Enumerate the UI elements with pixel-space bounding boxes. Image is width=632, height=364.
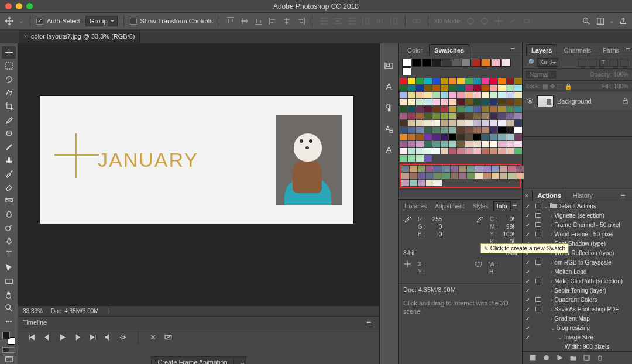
swatch[interactable]	[514, 113, 522, 119]
swatch[interactable]	[432, 141, 440, 147]
move-tool[interactable]	[2, 46, 16, 59]
tab-color[interactable]: Color	[402, 44, 428, 56]
window-close[interactable]	[5, 3, 12, 9]
move-tool-icon[interactable]	[4, 15, 15, 27]
swatch[interactable]	[473, 92, 481, 98]
swatch[interactable]	[416, 113, 424, 119]
swatches-grid[interactable]	[399, 77, 522, 162]
swatch[interactable]	[449, 120, 456, 126]
artboard[interactable]: JANUARY	[40, 96, 353, 224]
create-frame-animation-button[interactable]: Create Frame Animation ⌄	[151, 356, 246, 364]
swatch[interactable]	[473, 148, 481, 154]
action-row[interactable]: ✓⌄Default Actions	[523, 201, 632, 211]
lock-artboard-icon[interactable]: ⬚	[557, 83, 562, 90]
swatch[interactable]	[408, 155, 415, 162]
swatch[interactable]	[465, 120, 473, 126]
swatch[interactable]	[416, 99, 424, 105]
swatch[interactable]	[441, 106, 448, 112]
swatch[interactable]	[490, 141, 497, 147]
swatch[interactable]	[482, 127, 489, 133]
document-tab[interactable]: × color layouts7.jpg @ 33.3% (RGB/8)	[19, 30, 140, 43]
distribute-bottom-icon[interactable]	[346, 16, 357, 26]
swatch[interactable]	[449, 134, 456, 140]
swatch[interactable]	[514, 127, 522, 133]
swatch[interactable]	[449, 92, 456, 98]
swatch[interactable]	[498, 127, 506, 133]
swatch[interactable]	[514, 120, 522, 126]
screen-mode[interactable]	[2, 353, 16, 364]
align-bottom-icon[interactable]	[253, 16, 264, 26]
swatch[interactable]	[498, 134, 506, 140]
brush-tool[interactable]	[2, 140, 16, 153]
swatch[interactable]	[465, 92, 473, 98]
actions-list[interactable]: ✓⌄Default Actions✓›Vignette (selection)✓…	[523, 201, 632, 351]
swatch[interactable]	[434, 173, 442, 179]
window-zoom[interactable]	[26, 3, 33, 9]
swatch[interactable]	[432, 78, 440, 84]
swatch[interactable]	[408, 85, 415, 91]
distribute-top-icon[interactable]	[318, 16, 329, 26]
swatch[interactable]	[465, 99, 473, 105]
swatch[interactable]	[492, 173, 499, 179]
swatch[interactable]	[473, 99, 481, 105]
swatch[interactable]	[473, 106, 481, 112]
swatch[interactable]	[408, 134, 415, 140]
swatch[interactable]	[441, 120, 448, 126]
navigator-icon[interactable]	[383, 60, 395, 71]
glyphs-icon[interactable]	[383, 144, 395, 156]
filter-shape-icon[interactable]	[610, 59, 618, 67]
swatch[interactable]	[401, 166, 409, 172]
layer-filter-kind[interactable]: Kind	[537, 58, 558, 67]
swatch[interactable]	[514, 134, 522, 140]
doc-size[interactable]: Doc: 4.35M/3.00M	[51, 308, 99, 314]
actions-panel-menu-icon[interactable]	[620, 191, 628, 200]
swatch[interactable]	[432, 113, 440, 119]
swatch[interactable]	[424, 92, 432, 98]
swatch[interactable]	[514, 148, 522, 154]
swatch[interactable]	[426, 180, 434, 186]
swatch[interactable]	[483, 166, 491, 172]
swatch[interactable]	[424, 127, 432, 133]
swatch[interactable]	[432, 127, 440, 133]
action-row[interactable]: ✓›Make Clip Path (selection)	[523, 276, 632, 286]
swatch[interactable]	[408, 99, 415, 105]
action-row[interactable]: ✓›Vignette (selection)	[523, 211, 632, 220]
swatch[interactable]	[506, 113, 514, 119]
record-icon[interactable]	[543, 355, 549, 362]
character-icon[interactable]	[383, 81, 395, 92]
swatch[interactable]	[424, 106, 432, 112]
swatch[interactable]	[424, 113, 432, 119]
swatch[interactable]	[465, 78, 473, 84]
swatch[interactable]	[400, 106, 407, 112]
swatch[interactable]	[424, 155, 432, 162]
swatch[interactable]	[416, 78, 424, 84]
swatch[interactable]	[490, 134, 497, 140]
swatch[interactable]	[457, 148, 465, 154]
swatch[interactable]	[498, 141, 506, 147]
clone-stamp-tool[interactable]	[2, 154, 16, 166]
swatch[interactable]	[457, 106, 465, 112]
stop-icon[interactable]	[530, 355, 536, 362]
swatch[interactable]	[506, 92, 514, 98]
swatch[interactable]	[482, 92, 489, 98]
swatch[interactable]	[490, 120, 497, 126]
swatch[interactable]	[442, 59, 451, 67]
canvas-area[interactable]: JANUARY	[18, 43, 379, 305]
swatches-panel-menu-icon[interactable]	[510, 45, 518, 54]
tab-styles[interactable]: Styles	[469, 201, 492, 211]
delete-action-icon[interactable]	[597, 355, 603, 362]
action-row[interactable]: ✓⌄blog resizing	[523, 323, 632, 332]
swatch[interactable]	[410, 166, 417, 172]
distribute-left-icon[interactable]	[360, 16, 371, 26]
filter-smart-icon[interactable]	[620, 59, 628, 67]
layers-panel-menu-icon[interactable]	[626, 45, 630, 54]
swatch[interactable]	[498, 85, 506, 91]
swatch[interactable]	[408, 78, 415, 84]
auto-select-dropdown[interactable]: Group	[85, 16, 118, 26]
prev-frame-icon[interactable]	[43, 333, 51, 341]
swatch[interactable]	[410, 180, 417, 186]
swatch[interactable]	[432, 134, 440, 140]
swatch[interactable]	[410, 173, 417, 179]
share-icon[interactable]	[618, 16, 628, 26]
blend-mode-dropdown[interactable]: Normal	[526, 71, 556, 78]
